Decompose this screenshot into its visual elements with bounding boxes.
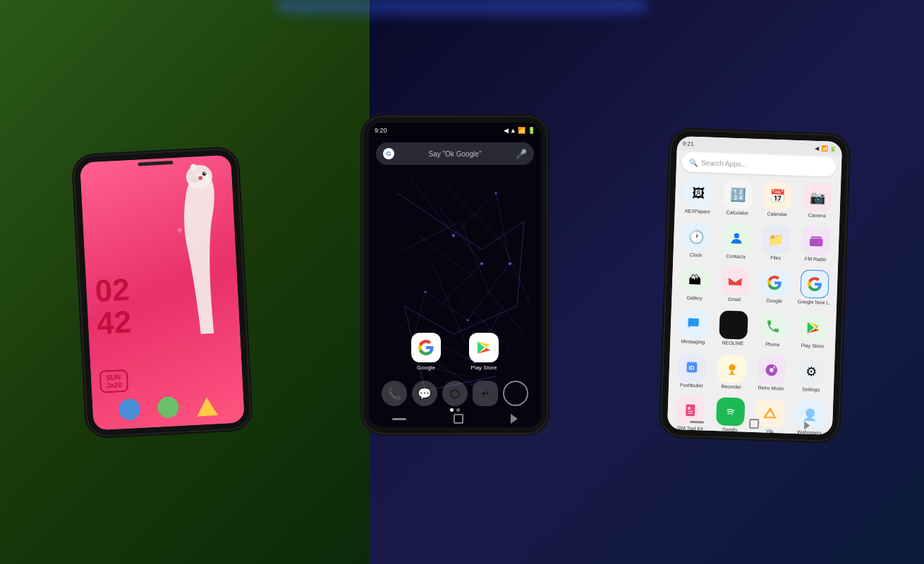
app-spotify[interactable]: Spotify bbox=[711, 394, 749, 435]
clock-label: Clock bbox=[690, 252, 703, 257]
svg-point-40 bbox=[425, 291, 427, 293]
nav-home[interactable] bbox=[454, 414, 463, 424]
app-googlenow[interactable]: Google Now L. bbox=[795, 266, 833, 308]
calculator-icon: 🔢 bbox=[724, 180, 753, 209]
mic-icon: 🎤 bbox=[516, 149, 527, 159]
app-playstore[interactable]: Play Store bbox=[794, 310, 832, 352]
app-settings[interactable]: ⚙ Settings bbox=[792, 354, 830, 396]
scene: 02 42 ♥ bbox=[0, 0, 924, 564]
playstore-icon bbox=[798, 313, 827, 342]
contacts-label: Contacts bbox=[726, 253, 746, 259]
app-retromusic[interactable]: Retro Music bbox=[753, 352, 791, 394]
phone2-dock-apps[interactable]: ⬡ bbox=[442, 381, 468, 406]
calendar-label: Calendar bbox=[767, 212, 787, 218]
nav-back[interactable] bbox=[392, 418, 406, 420]
files-label: Files bbox=[770, 255, 781, 260]
messaging-icon bbox=[679, 309, 708, 338]
neoline-label: NEOLINE bbox=[722, 340, 743, 346]
phone1-date-short: Ja20 bbox=[107, 381, 123, 389]
phone-icon bbox=[759, 312, 788, 341]
phone2-search-bar[interactable]: G Say "Ok Google" 🎤 bbox=[376, 142, 534, 165]
svg-point-39 bbox=[467, 319, 469, 321]
app-clock[interactable]: 🕐 Clock bbox=[677, 219, 715, 261]
phone1-minute: 42 bbox=[96, 305, 132, 340]
phone2-dock-recent[interactable]: ↩ bbox=[473, 381, 498, 406]
phone3-nav-back[interactable] bbox=[690, 420, 704, 423]
phone2-screen: 9:20 ◀ ▲ 📶 🔋 G Say "Ok Google" 🎤 bbox=[369, 123, 541, 427]
retromusic-label: Retro Music bbox=[758, 385, 784, 391]
clock-icon: 🕐 bbox=[682, 222, 711, 251]
fmradio-label: FM Radio bbox=[805, 256, 827, 262]
phone1-unit: 02 42 ♥ bbox=[74, 149, 250, 436]
gallery-label: Gallery bbox=[686, 295, 702, 301]
phone2-search-hint: Say "Ok Google" bbox=[394, 150, 516, 158]
app-pushbullet[interactable]: ID Pushbullet bbox=[673, 350, 711, 391]
phone1-dock-circle[interactable] bbox=[157, 396, 180, 419]
app-contacts[interactable]: Contacts bbox=[717, 221, 755, 262]
phone2-dock: 📞 💬 ⬡ ↩ bbox=[369, 381, 541, 406]
settings-icon: ⚙ bbox=[797, 357, 826, 386]
app-messaging[interactable]: Messaging bbox=[674, 306, 712, 348]
app-neoline[interactable]: NEOLINE bbox=[714, 307, 752, 349]
camera-label: Camera bbox=[808, 213, 826, 219]
phone1-giraffe-svg: ♥ bbox=[143, 161, 244, 349]
playstore-label: Play Store bbox=[801, 343, 825, 349]
phone2-dock-msg[interactable]: 💬 bbox=[412, 381, 437, 406]
phone1-screen: 02 42 ♥ bbox=[80, 155, 245, 431]
svg-text:ID: ID bbox=[688, 364, 695, 371]
retromusic-icon bbox=[757, 355, 786, 384]
nav-recent[interactable] bbox=[511, 414, 518, 424]
svg-line-46 bbox=[811, 237, 822, 238]
phone3-screen: 9:21 ◀ 📶 🔋 🔍 Search Apps... � bbox=[667, 136, 842, 435]
app-fmradio[interactable]: FM Radio bbox=[797, 223, 835, 265]
phone2-nav-bar bbox=[369, 414, 541, 424]
camera-icon: 📷 bbox=[803, 183, 832, 212]
phone-label: Phone bbox=[765, 342, 780, 348]
app-google[interactable]: Google bbox=[755, 265, 794, 307]
pushbullet-label: Pushbullet bbox=[680, 382, 703, 388]
app-simtool[interactable]: SIM Tool Kit bbox=[671, 393, 710, 434]
app-calendar[interactable]: 📅 Calendar bbox=[758, 178, 796, 220]
phone2-dock-phone[interactable]: 📞 bbox=[382, 381, 407, 406]
app-calculator[interactable]: 🔢 Calculator bbox=[719, 177, 757, 219]
app-camera[interactable]: 📷 Camera bbox=[798, 180, 837, 221]
messaging-label: Messaging bbox=[681, 338, 705, 345]
via-label: Via bbox=[766, 429, 773, 434]
app-gallery[interactable]: 🏔 Gallery bbox=[676, 263, 714, 305]
google-app-label: Google bbox=[417, 364, 435, 371]
playstore-app-icon bbox=[469, 333, 499, 362]
app-aexpaper[interactable]: 🖼 AEXPapers bbox=[679, 176, 717, 217]
svg-rect-61 bbox=[688, 413, 693, 415]
phone2-status-bar: 9:20 ◀ ▲ 📶 🔋 bbox=[369, 123, 541, 138]
phone3-unit: 9:21 ◀ 📶 🔋 🔍 Search Apps... � bbox=[662, 130, 849, 441]
svg-line-48 bbox=[729, 321, 739, 321]
search-icon: 🔍 bbox=[689, 158, 698, 166]
recorder-icon bbox=[717, 354, 746, 383]
dot-2 bbox=[456, 408, 460, 412]
phone3-app-grid: 🖼 AEXPapers 🔢 Calculator 📅 Calendar bbox=[667, 176, 841, 435]
phone2-time: 9:20 bbox=[375, 127, 387, 134]
svg-rect-54 bbox=[731, 371, 734, 374]
app-gmail[interactable]: Gmail bbox=[716, 264, 754, 305]
svg-point-43 bbox=[734, 233, 739, 238]
phone2-google-app[interactable]: Google bbox=[411, 333, 441, 371]
phone1-dock-triangle[interactable] bbox=[196, 397, 218, 417]
svg-rect-59 bbox=[688, 407, 691, 410]
phone2-frame: 9:20 ◀ ▲ 📶 🔋 G Say "Ok Google" 🎤 bbox=[363, 117, 547, 433]
app-recorder[interactable]: Recorder bbox=[712, 351, 750, 393]
phone3-status-icons: ◀ 📶 🔋 bbox=[815, 145, 837, 152]
phone2-status-icons: ◀ ▲ 📶 🔋 bbox=[504, 127, 535, 134]
phone2-dock-circle[interactable] bbox=[503, 381, 528, 406]
neoline-icon bbox=[719, 310, 748, 339]
phone2-playstore-app[interactable]: Play Store bbox=[469, 333, 499, 371]
app-phone[interactable]: Phone bbox=[754, 309, 792, 350]
aexpaper-label: AEXPapers bbox=[685, 208, 710, 214]
phone3-frame: 9:21 ◀ 📶 🔋 🔍 Search Apps... � bbox=[662, 130, 849, 441]
app-files[interactable]: 📁 Files bbox=[757, 222, 795, 264]
phone3-nav-recent[interactable] bbox=[804, 422, 810, 430]
gmail-icon bbox=[720, 267, 749, 296]
playstore-app-label: Play Store bbox=[471, 364, 497, 371]
phone3-search-bar[interactable]: 🔍 Search Apps... bbox=[682, 152, 837, 177]
phone1-dock-phone[interactable] bbox=[118, 398, 141, 421]
phone3-nav-home[interactable] bbox=[749, 419, 759, 429]
